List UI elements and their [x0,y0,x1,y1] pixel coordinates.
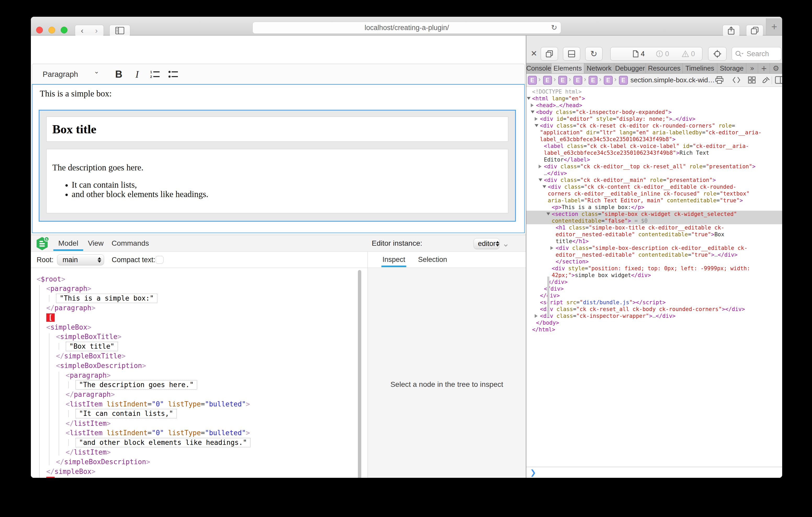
editor-instance-select[interactable]: editor [473,238,500,249]
breadcrumb-element-badge[interactable]: E [604,76,613,85]
tree-selection-marker-row[interactable]: [ [46,313,55,322]
breadcrumb-element-badge[interactable]: E [619,76,628,85]
reload-icon[interactable]: ↻ [551,23,557,32]
tree-node-row[interactable]: </paragraph> [46,303,95,313]
dom-node-selected[interactable]: <section class="simple-box ck-widget ck-… [526,211,782,217]
element-picker-button[interactable] [708,47,726,61]
dom-node-line[interactable]: label_e63cbbfece34c53ce23501062343f49b8"… [526,150,782,156]
disclosure-closed-icon[interactable] [531,103,534,107]
bold-button[interactable]: B [111,66,127,82]
dom-node-line[interactable]: </div> [526,285,782,292]
devtools-tab-console[interactable]: Console [526,63,551,73]
dom-node-line[interactable]: Editor</label> [526,156,782,163]
breadcrumb-element-badge[interactable]: E [543,76,552,85]
breadcrumb-element-badge[interactable]: E [528,76,537,85]
dom-node-line[interactable]: 42px;">simple box widget</div> [526,272,782,279]
print-icon[interactable] [715,76,724,84]
dom-node-line[interactable]: aria-label="Rich Text Editor, main" cont… [526,197,782,204]
bulleted-list-button[interactable] [165,66,181,82]
tree-scrollbar-thumb[interactable] [358,270,361,478]
dom-node-line[interactable]: </div> [526,292,782,299]
tree-node-row[interactable]: </listItem> [66,419,111,428]
dom-node-line[interactable]: label_e63cbbfece34c53ce23501062343f49b8"… [526,136,782,143]
breadcrumb-element-badge[interactable]: E [588,76,598,85]
window-minimize-button[interactable] [49,27,55,33]
tab-selection[interactable]: Selection [418,252,447,268]
dom-node-line[interactable]: …</div> [526,170,782,177]
details-sidebar-icon[interactable] [775,76,782,84]
styles-brush-icon[interactable] [762,76,770,84]
tree-node-row[interactable]: <paragraph> [66,370,111,380]
disclosure-open-icon[interactable] [547,213,550,215]
detach-button[interactable] [541,47,558,61]
breadcrumb-element-badge[interactable]: E [558,76,567,85]
disclosure-closed-icon[interactable] [535,117,538,121]
devtools-tab-more[interactable]: » [746,63,758,73]
grid-overlay-icon[interactable] [748,76,756,84]
address-bar[interactable]: localhost/creating-a-plugin/ ↻ [253,22,561,34]
dom-node-line[interactable]: corners ck-editor__editable_inline ck-fo… [526,190,782,197]
dom-node-line[interactable]: <div class="ck ck-editor__main" role="pr… [526,177,782,183]
disclosure-closed-icon[interactable] [550,246,553,250]
devtools-reload-button[interactable]: ↻ [585,47,603,61]
devtools-tab-network[interactable]: Network [584,63,614,73]
tree-text-row[interactable]: "This is a simple box:" [56,294,157,303]
dom-node-line[interactable]: <!DOCTYPE html> [526,88,782,95]
new-tab-button[interactable]: + [766,18,782,35]
dom-node-line[interactable]: <div class="ck ck-content ck-editor__edi… [526,183,782,190]
dom-node-line[interactable]: title</h1> [526,238,782,245]
model-tree-pane[interactable]: <$root><paragraph>"This is a simple box:… [31,268,368,478]
tree-node-row[interactable]: </paragraph> [66,390,115,399]
sidebar-toggle-button[interactable] [109,25,130,36]
dom-node-line[interactable]: <head>…</head> [526,102,782,109]
dom-node-line[interactable]: editor__nested-editable" contenteditable… [526,251,782,258]
devtools-tab-debugger[interactable]: Debugger [614,63,646,73]
dom-node-line[interactable]: <p>This is a simple box:</p> [526,204,782,211]
dom-node-line[interactable]: </section> [526,258,782,265]
simple-box-widget[interactable]: Box title The description goes here. It … [39,110,516,222]
inspector-collapse-icon[interactable]: ⌄ [502,239,509,249]
dom-node-line[interactable]: <div class="ck ck-editor__top ck-reset_a… [526,163,782,170]
devtools-tab-elements[interactable]: Elements [551,63,584,73]
root-select[interactable]: main [57,254,104,265]
tree-text-row[interactable]: "Box title" [66,342,118,351]
tree-node-row[interactable]: <simpleBoxDescription> [56,361,146,370]
dom-node-line[interactable]: <body class="ck-inspector-body-expanded"… [526,109,782,116]
dom-node-line[interactable]: <div class="ck ck-reset_all ck-body ck-r… [526,306,782,313]
window-close-button[interactable] [36,27,43,33]
simple-box-title-field[interactable]: Box title [46,117,508,142]
tree-text-row[interactable]: "It can contain lists," [75,409,177,419]
tree-node-row[interactable]: <paragraph> [46,284,91,294]
dom-node-line[interactable]: </div> [526,279,782,285]
dom-node-line[interactable]: "application" dir="ltr" lang="en" aria-l… [526,129,782,136]
quick-console[interactable]: ❯ [526,467,782,478]
tree-node-row[interactable]: <simpleBox> [46,322,91,332]
dom-node-line[interactable]: <div class="simple-box-description ck-ed… [526,245,782,251]
devtools-tab-storage[interactable]: Storage [717,63,747,73]
dock-side-button[interactable] [563,47,580,61]
devtools-tab-settings[interactable]: ⚙ [770,63,782,73]
breadcrumb-element-badge[interactable]: E [573,76,582,85]
dom-node-line[interactable]: <div class="ck-inspector-wrapper">…</div… [526,313,782,320]
dom-node-line[interactable]: <div style="position: fixed; top: 0px; l… [526,265,782,272]
dom-node-line[interactable]: <label class="ck ck-label ck-voice-label… [526,143,782,150]
disclosure-open-icon[interactable] [543,185,546,188]
dom-node-line[interactable]: <div class="ck ck-reset ck-editor ck-rou… [526,122,782,129]
tree-node-row[interactable]: <simpleBoxTitle> [56,332,121,342]
tree-node-row[interactable]: <$root> [37,274,65,284]
devtools-tab-resources[interactable]: Resources [646,63,683,73]
simple-box-description-field[interactable]: The description goes here. It can contai… [46,149,508,213]
disclosure-closed-icon[interactable] [535,314,538,318]
inspector-tab-model[interactable]: Model [53,235,83,251]
tab-inspect[interactable]: Inspect [382,252,405,268]
devtools-tab-add[interactable]: + [758,63,770,73]
back-button[interactable]: ‹ [75,25,89,36]
tree-selection-marker-row[interactable]: ] [46,476,55,478]
breadcrumb-leaf-label[interactable]: section.simple-box.ck-wid… [631,76,715,84]
compact-text-checkbox[interactable] [156,256,164,264]
tab-overview-button[interactable] [746,25,763,36]
tree-node-row[interactable]: </simpleBox> [46,466,95,476]
dom-node-line[interactable]: </body> [526,320,782,326]
tree-node-row[interactable]: </simpleBoxTitle> [56,351,125,361]
inspector-tab-view[interactable]: View [85,235,107,251]
